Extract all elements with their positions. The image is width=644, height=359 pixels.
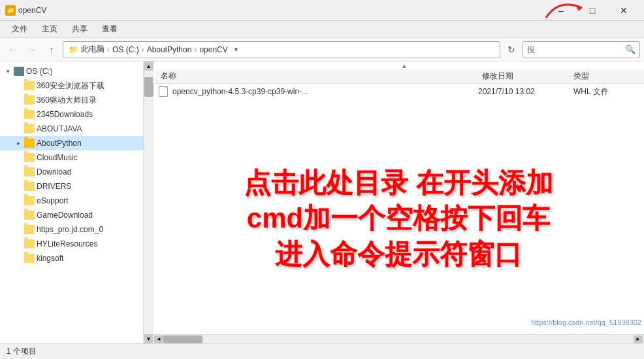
menu-view[interactable]: 查看 xyxy=(95,22,124,37)
sidebar-label: 2345Downloads xyxy=(37,110,93,119)
annotation-line2: cmd加一个空格按下回车 xyxy=(247,203,550,233)
search-icon: 🔍 xyxy=(625,44,636,54)
expand-icon xyxy=(14,211,22,219)
folder-icon xyxy=(24,95,35,105)
sidebar-drive-label: OS (C:) xyxy=(26,67,53,76)
sidebar-item-aboutpython[interactable]: ▸ AboutPython xyxy=(0,136,143,150)
breadcrumb-aboutpython[interactable]: AboutPython xyxy=(147,45,192,54)
close-button[interactable]: ✕ xyxy=(609,0,639,21)
expand-icon xyxy=(14,125,22,133)
sidebar-item-cloudmusic[interactable]: CloudMusic xyxy=(0,150,143,165)
drive-icon xyxy=(14,67,24,76)
annotation-line3: 进入命令提示符窗口 xyxy=(275,239,522,269)
scroll-down-arrow[interactable]: ▼ xyxy=(144,334,153,343)
sidebar-label-selected: AboutPython xyxy=(37,139,82,148)
address-bar[interactable]: 📁 此电脑 › OS (C:) › AboutPython › openCV ▾ xyxy=(63,41,500,58)
file-date: 2021/7/10 13:02 xyxy=(478,87,570,96)
sidebar-item-esupport[interactable]: eSupport xyxy=(0,194,143,208)
scroll-thumb[interactable] xyxy=(144,77,153,97)
folder-icon xyxy=(24,196,35,205)
title-bar: 📁 openCV – □ ✕ xyxy=(0,0,644,21)
sort-indicator: ▲ xyxy=(153,61,644,69)
folder-icon xyxy=(24,167,35,177)
sidebar-label: https_pro.jd.com_0 xyxy=(37,225,103,234)
annotation-overlay: 点击此处目录 在开头添加 cmd加一个空格按下回车 进入命令提示符窗口 xyxy=(153,103,644,334)
forward-button[interactable]: → xyxy=(24,41,40,58)
title-bar-icons: 📁 openCV xyxy=(5,5,46,16)
col-name-header[interactable]: 名称 xyxy=(158,71,482,82)
sidebar-item-gamedownload[interactable]: GameDownload xyxy=(0,208,143,222)
sidebar-item-https-pro[interactable]: https_pro.jd.com_0 xyxy=(0,222,143,237)
sidebar-label: kingsoft xyxy=(37,254,63,263)
scroll-left-arrow[interactable]: ◄ xyxy=(154,335,163,343)
maximize-button[interactable]: □ xyxy=(577,0,607,21)
expand-icon xyxy=(14,96,22,104)
expand-icon xyxy=(14,154,22,162)
ribbon-bar: 文件 主页 共享 查看 xyxy=(0,21,644,38)
item-count: 1 个项目 xyxy=(7,346,37,357)
sidebar-label: eSupport xyxy=(37,196,69,205)
minimize-button[interactable]: – xyxy=(546,0,576,21)
scroll-up-arrow[interactable]: ▲ xyxy=(144,61,153,71)
search-input[interactable] xyxy=(527,45,625,54)
sidebar-item-360browser[interactable]: 360安全浏览器下载 xyxy=(0,78,143,93)
sidebar-item-360driver[interactable]: 360驱动大师目录 xyxy=(0,93,143,107)
scroll-track xyxy=(144,71,153,334)
sidebar-label: DRIVERS xyxy=(37,182,71,191)
expand-icon: ▾ xyxy=(4,67,12,75)
menu-share[interactable]: 共享 xyxy=(65,22,94,37)
folder-icon xyxy=(24,110,35,119)
horizontal-scrollbar[interactable]: ◄ ► xyxy=(153,334,644,343)
sidebar-label: Download xyxy=(37,167,71,177)
breadcrumb: 此电脑 › OS (C:) › AboutPython › openCV xyxy=(81,44,228,55)
expand-icon: ▸ xyxy=(14,139,22,147)
address-folder-icon: 📁 xyxy=(69,45,78,54)
breadcrumb-drive[interactable]: OS (C:) xyxy=(112,45,139,54)
sidebar-label: GameDownload xyxy=(37,211,93,220)
col-date-header[interactable]: 修改日期 xyxy=(482,71,573,82)
folder-icon xyxy=(24,225,35,234)
folder-icon xyxy=(24,254,35,263)
sidebar-item-hylite[interactable]: HYLiteResources xyxy=(0,237,143,251)
title-bar-controls: – □ ✕ xyxy=(546,0,639,21)
sidebar-item-drivers[interactable]: DRIVERS xyxy=(0,179,143,194)
menu-file[interactable]: 文件 xyxy=(5,22,34,37)
scroll-thumb[interactable] xyxy=(163,335,202,343)
expand-icon xyxy=(14,197,22,205)
window-title: openCV xyxy=(18,6,46,15)
scroll-right-arrow[interactable]: ► xyxy=(634,335,643,343)
folder-icon xyxy=(24,182,35,191)
sidebar-item-download[interactable]: Download xyxy=(0,165,143,179)
main-content: ▾ OS (C:) 360安全浏览器下载 360驱动大师目录 2345Downl… xyxy=(0,61,644,343)
folder-icon xyxy=(24,153,35,162)
expand-icon xyxy=(14,82,22,90)
col-type-header[interactable]: 类型 xyxy=(573,71,639,82)
folder-icon xyxy=(24,211,35,220)
refresh-button[interactable]: ↻ xyxy=(503,41,520,58)
sidebar-item-drive[interactable]: ▾ OS (C:) xyxy=(0,64,143,78)
folder-icon-open xyxy=(24,139,35,148)
expand-icon xyxy=(14,240,22,248)
back-button[interactable]: ← xyxy=(4,41,21,58)
annotation-text: 点击此处目录 在开头添加 cmd加一个空格按下回车 进入命令提示符窗口 xyxy=(231,165,566,273)
up-button[interactable]: ↑ xyxy=(43,41,60,58)
sidebar-scrollbar[interactable]: ▲ ▼ xyxy=(144,61,153,343)
breadcrumb-opencv[interactable]: openCV xyxy=(199,45,227,54)
menu-home[interactable]: 主页 xyxy=(35,22,64,37)
breadcrumb-pc[interactable]: 此电脑 xyxy=(81,44,105,55)
sidebar-label: 360驱动大师目录 xyxy=(37,95,97,106)
search-box[interactable]: 🔍 xyxy=(523,41,640,58)
sidebar-label: 360安全浏览器下载 xyxy=(37,80,105,92)
expand-icon xyxy=(14,182,22,190)
expand-icon xyxy=(14,168,22,176)
sidebar-label: CloudMusic xyxy=(37,153,78,162)
sidebar-item-aboutjava[interactable]: ABOUTJAVA xyxy=(0,122,143,136)
sidebar-item-2345downloads[interactable]: 2345Downloads xyxy=(0,107,143,122)
file-list-body: opencv_python-4.5.3-cp39-cp39-win-... 20… xyxy=(153,84,644,334)
status-bar: 1 个项目 xyxy=(0,343,644,359)
sidebar-item-kingsoft[interactable]: kingsoft xyxy=(0,251,143,265)
table-row[interactable]: opencv_python-4.5.3-cp39-cp39-win-... 20… xyxy=(153,84,644,99)
sort-up-icon: ▲ xyxy=(401,62,408,69)
address-dropdown-arrow[interactable]: ▾ xyxy=(231,41,242,58)
file-type: WHL 文件 xyxy=(573,86,639,97)
